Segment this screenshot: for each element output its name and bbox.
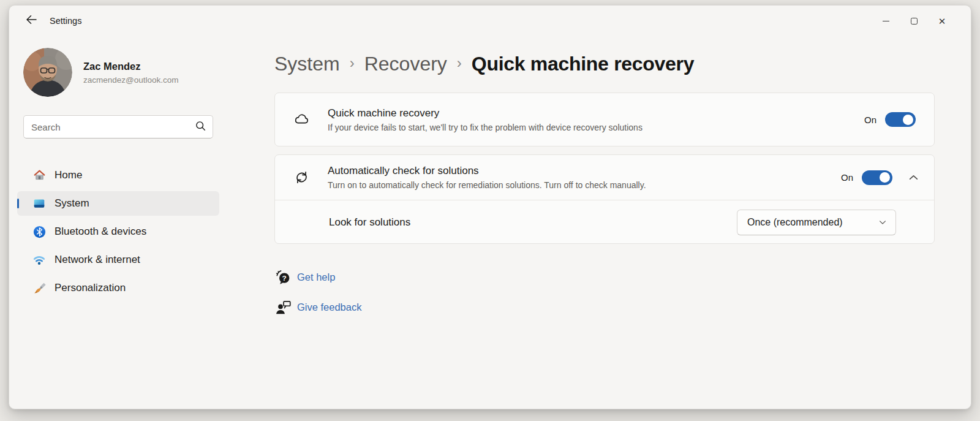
card-texts: Quick machine recovery If your device fa… bbox=[328, 107, 643, 132]
sidebar-item-system[interactable]: System bbox=[17, 191, 219, 216]
auto-check-toggle[interactable] bbox=[862, 170, 892, 185]
auto-check-header[interactable]: Automatically check for solutions Turn o… bbox=[275, 155, 934, 200]
system-icon bbox=[32, 197, 46, 210]
auto-check-expander: Automatically check for solutions Turn o… bbox=[274, 154, 935, 244]
user-name: Zac Mendez bbox=[83, 61, 179, 72]
setting-title: Quick machine recovery bbox=[328, 107, 643, 119]
personalization-icon bbox=[32, 281, 46, 295]
network-icon bbox=[32, 253, 46, 267]
setting-description: Turn on to automatically check for remed… bbox=[328, 180, 646, 190]
close-icon: ✕ bbox=[938, 17, 946, 26]
selected-accent-bar bbox=[17, 199, 19, 208]
sidebar-item-network[interactable]: Network & internet bbox=[17, 248, 219, 272]
give-feedback-label: Give feedback bbox=[297, 302, 361, 313]
sidebar-nav: Home System bbox=[17, 163, 219, 304]
maximize-button[interactable] bbox=[900, 6, 928, 36]
chevron-right-icon: › bbox=[350, 55, 355, 72]
toggle-knob bbox=[903, 115, 913, 125]
breadcrumb-system[interactable]: System bbox=[274, 53, 340, 75]
avatar bbox=[23, 48, 72, 97]
settings-window: Settings ✕ bbox=[9, 5, 971, 409]
sidebar-item-label: Personalization bbox=[55, 282, 126, 294]
toggle-state-label: On bbox=[864, 115, 876, 125]
sidebar-item-label: Network & internet bbox=[55, 254, 140, 266]
back-button[interactable] bbox=[19, 10, 43, 31]
get-help-label: Get help bbox=[297, 271, 335, 283]
help-bubble-icon: ? bbox=[274, 268, 292, 286]
look-for-solutions-row: Look for solutions Once (recommended) bbox=[275, 200, 934, 244]
get-help-link[interactable]: ? Get help bbox=[274, 268, 335, 286]
quick-machine-recovery-card: Quick machine recovery If your device fa… bbox=[274, 93, 935, 146]
dropdown-value: Once (recommended) bbox=[747, 217, 843, 228]
chevron-down-icon bbox=[878, 218, 887, 227]
minimize-button[interactable] bbox=[872, 6, 900, 36]
home-icon bbox=[32, 169, 46, 182]
setting-title: Automatically check for solutions bbox=[328, 165, 646, 177]
minimize-icon bbox=[883, 21, 889, 21]
give-feedback-link[interactable]: Give feedback bbox=[274, 298, 361, 316]
back-arrow-icon bbox=[26, 15, 37, 27]
look-for-solutions-dropdown[interactable]: Once (recommended) bbox=[737, 210, 896, 235]
page-title: Quick machine recovery bbox=[472, 53, 694, 75]
sidebar-item-label: System bbox=[55, 197, 89, 210]
sync-icon bbox=[293, 169, 310, 186]
sidebar-item-label: Home bbox=[55, 169, 82, 181]
feedback-person-icon bbox=[274, 298, 292, 316]
breadcrumb: System › Recovery › Quick machine recove… bbox=[274, 53, 694, 75]
chevron-right-icon: › bbox=[457, 55, 462, 72]
toggle-state-label: On bbox=[841, 172, 853, 183]
app-title: Settings bbox=[50, 16, 81, 26]
search-input[interactable] bbox=[31, 122, 195, 132]
look-for-solutions-label: Look for solutions bbox=[329, 216, 410, 229]
quick-machine-recovery-toggle[interactable] bbox=[885, 112, 916, 127]
user-email: zacmendez@outlook.com bbox=[83, 75, 179, 85]
sidebar-item-personalization[interactable]: Personalization bbox=[17, 276, 219, 300]
setting-description: If your device fails to start, we'll try… bbox=[328, 123, 643, 132]
bluetooth-icon bbox=[32, 225, 46, 238]
sidebar-item-bluetooth[interactable]: Bluetooth & devices bbox=[17, 219, 219, 244]
titlebar: Settings ✕ bbox=[9, 6, 971, 36]
search-box bbox=[23, 115, 213, 138]
user-profile[interactable]: Zac Mendez zacmendez@outlook.com bbox=[23, 48, 179, 97]
sidebar-item-home[interactable]: Home bbox=[17, 163, 219, 188]
search-icon[interactable] bbox=[195, 120, 206, 134]
sidebar-item-label: Bluetooth & devices bbox=[55, 226, 146, 238]
toggle-knob bbox=[880, 172, 890, 183]
user-text: Zac Mendez zacmendez@outlook.com bbox=[83, 61, 179, 85]
cloud-icon bbox=[293, 112, 310, 128]
chevron-up-icon[interactable] bbox=[908, 172, 919, 183]
breadcrumb-recovery[interactable]: Recovery bbox=[364, 53, 447, 75]
maximize-icon bbox=[911, 18, 918, 25]
close-button[interactable]: ✕ bbox=[928, 6, 956, 36]
svg-text:?: ? bbox=[282, 273, 286, 282]
window-controls: ✕ bbox=[872, 6, 971, 36]
card-texts: Automatically check for solutions Turn o… bbox=[328, 165, 646, 190]
